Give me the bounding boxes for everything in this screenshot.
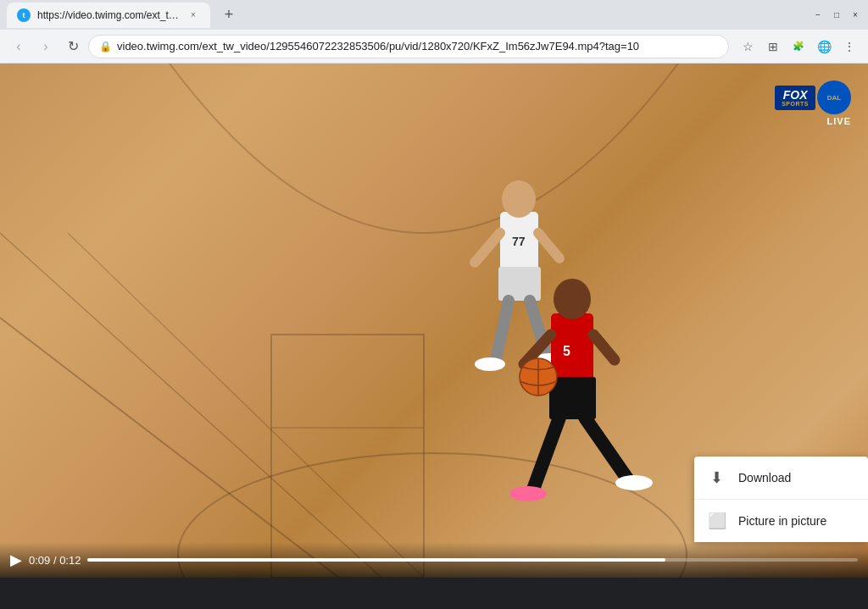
broadcast-logos: FOX SPORTS DAL: [775, 80, 851, 114]
svg-text:5: 5: [563, 344, 570, 358]
window-controls: − □ ×: [812, 9, 861, 21]
download-icon: ⬇: [708, 468, 725, 487]
svg-line-22: [585, 418, 627, 479]
back-button[interactable]: ‹: [7, 35, 31, 58]
fox-sports-text: SPORTS: [782, 101, 809, 107]
fox-network-text: FOX: [783, 89, 808, 101]
tab-favicon: t: [17, 8, 31, 22]
play-button[interactable]: ▶: [10, 551, 22, 569]
extensions-button[interactable]: ⊞: [761, 35, 785, 58]
maximize-button[interactable]: □: [831, 9, 843, 21]
live-label: LIVE: [827, 116, 851, 126]
profile-button[interactable]: 🌐: [812, 35, 836, 58]
svg-point-18: [554, 279, 591, 319]
account-button[interactable]: 🧩: [787, 35, 810, 58]
tab-title: https://video.twimg.com/ext_tw...: [37, 9, 180, 21]
svg-line-9: [475, 233, 500, 263]
progress-fill: [87, 558, 665, 562]
pip-icon: ⬜: [708, 512, 725, 530]
svg-rect-4: [271, 335, 424, 578]
download-menu-item[interactable]: ⬇ Download: [694, 457, 868, 500]
menu-button[interactable]: ⋮: [837, 35, 861, 58]
progress-bar[interactable]: [87, 558, 858, 562]
broadcast-overlay: FOX SPORTS DAL LIVE: [775, 80, 851, 126]
browser-tab[interactable]: t https://video.twimg.com/ext_tw... ×: [7, 3, 210, 28]
refresh-button[interactable]: ↻: [61, 35, 85, 58]
svg-line-2: [68, 233, 424, 578]
svg-text:77: 77: [512, 235, 526, 248]
download-label: Download: [738, 471, 791, 484]
video-player[interactable]: 77 5 FOX SPORTS DAL: [0, 64, 868, 578]
forward-button[interactable]: ›: [34, 35, 58, 58]
mavericks-badge: DAL: [817, 80, 851, 114]
svg-point-24: [615, 475, 653, 490]
time-display: 0:09 / 0:12: [29, 554, 81, 567]
minimize-button[interactable]: −: [812, 9, 824, 21]
url-text: video.twimg.com/ext_tw_video/12955460722…: [117, 40, 718, 53]
svg-line-20: [593, 335, 615, 360]
svg-rect-16: [551, 313, 593, 381]
svg-point-23: [509, 486, 547, 501]
context-menu: ⬇ Download ⬜ Picture in picture: [694, 457, 868, 542]
svg-line-1: [0, 233, 381, 578]
bookmark-button[interactable]: ☆: [736, 35, 760, 58]
title-bar: t https://video.twimg.com/ext_tw... × + …: [0, 0, 868, 30]
svg-point-13: [475, 357, 505, 371]
nav-bar: ‹ › ↻ 🔒 video.twimg.com/ext_tw_video/129…: [0, 30, 868, 64]
pip-menu-item[interactable]: ⬜ Picture in picture: [694, 500, 868, 542]
nav-actions: ☆ ⊞ 🧩 🌐 ⋮: [736, 35, 861, 58]
fox-badge: FOX SPORTS: [775, 86, 815, 110]
new-tab-button[interactable]: +: [217, 3, 241, 27]
svg-line-10: [538, 233, 559, 258]
close-window-button[interactable]: ×: [849, 9, 861, 21]
lock-icon: 🔒: [99, 41, 112, 53]
tab-close-button[interactable]: ×: [186, 8, 200, 22]
team-abbr: DAL: [827, 94, 841, 102]
pip-label: Picture in picture: [738, 514, 826, 528]
address-bar[interactable]: 🔒 video.twimg.com/ext_tw_video/129554607…: [88, 35, 729, 58]
video-controls: ▶ 0:09 / 0:12: [0, 542, 868, 578]
svg-line-11: [496, 301, 509, 360]
svg-line-21: [534, 418, 559, 487]
svg-rect-7: [498, 267, 541, 301]
svg-point-8: [502, 180, 536, 218]
svg-line-0: [0, 318, 339, 578]
